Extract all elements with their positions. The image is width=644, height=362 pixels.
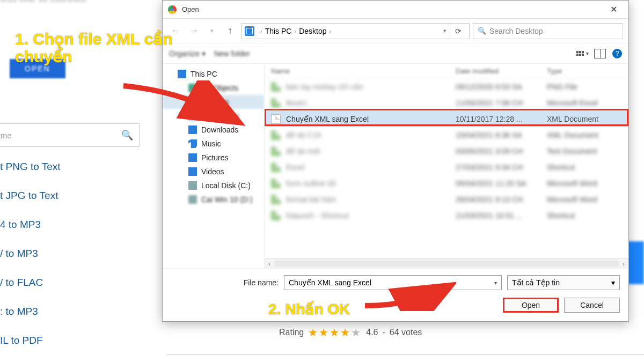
bg-link[interactable]: / to MP3 xyxy=(0,248,61,260)
search-input[interactable]: 🔍 Search Desktop xyxy=(473,23,623,39)
file-icon xyxy=(271,114,281,124)
file-type-filter[interactable]: Tất cả Tệp tin ▾ xyxy=(507,275,620,290)
breadcrumb-root[interactable]: This PC xyxy=(265,27,292,35)
dialog-title: Open xyxy=(182,5,199,13)
bg-search-box[interactable]: r name 🔍 xyxy=(0,123,140,147)
refresh-icon[interactable]: ⟳ xyxy=(450,24,466,39)
file-date: 05/04/2021 11:20 SA xyxy=(456,179,547,188)
bg-search-input[interactable]: r name xyxy=(0,131,115,140)
file-row[interactable]: form outline tối05/04/2021 11:20 SAMicro… xyxy=(265,175,628,191)
file-row[interactable]: Chuyển XML sang Excel10/11/2017 12:28 ..… xyxy=(265,111,628,127)
file-row[interactable]: bàn tay mickey chỉ cần09/12/2020 9:53 SA… xyxy=(265,79,628,95)
file-icon xyxy=(271,82,281,92)
file-icon xyxy=(271,146,281,156)
column-name[interactable]: Name xyxy=(271,67,456,75)
bg-link[interactable]: t PNG to Text xyxy=(0,161,61,173)
folder-icon xyxy=(178,70,186,78)
navigation-bar: ← → ▾ ↑ › This PC › Desktop › ▾ ⟳ 🔍 Sear… xyxy=(163,19,628,43)
file-row[interactable]: Excel27/03/2021 9:34 CHShortcut xyxy=(265,159,628,175)
star-icons: ★★★★★ xyxy=(308,326,362,339)
forward-icon[interactable]: → xyxy=(186,24,201,39)
filename-input[interactable]: Chuyển XML sang Excel ▾ xyxy=(284,275,502,290)
up-icon[interactable]: ↑ xyxy=(223,24,238,39)
file-list[interactable]: bàn tay mickey chỉ cần09/12/2020 9:53 SA… xyxy=(265,79,628,258)
column-date[interactable]: Date modified xyxy=(456,67,547,75)
file-row[interactable]: đề tài mới03/05/2021 3:09 CHText Documen… xyxy=(265,143,628,159)
tree-item-label: Downloads xyxy=(201,125,238,134)
file-type: PNG File xyxy=(547,83,622,91)
tree-item[interactable]: Music xyxy=(163,137,264,151)
folder-icon xyxy=(188,195,197,204)
bg-link[interactable]: IL to PDF xyxy=(0,335,61,346)
file-type: XML Document xyxy=(547,131,622,139)
pc-icon xyxy=(245,26,254,36)
tree-item[interactable]: Downloads xyxy=(163,123,264,137)
file-name: fxlaunch - Shortcut xyxy=(286,211,456,220)
help-icon[interactable]: ? xyxy=(612,49,622,58)
new-folder-button[interactable]: New folder xyxy=(214,49,250,58)
rating-label: Rating xyxy=(279,328,304,337)
rating-count: 64 votes xyxy=(390,328,422,337)
file-type: Microsoft Word xyxy=(547,179,622,188)
cancel-button[interactable]: Cancel xyxy=(564,298,620,313)
file-area: Name Date modified Type bàn tay mickey c… xyxy=(265,64,628,268)
file-date: 10/11/2017 12:28 ... xyxy=(456,115,547,123)
breadcrumb-folder[interactable]: Desktop xyxy=(299,27,326,35)
horizontal-scrollbar[interactable]: ‹› xyxy=(265,258,628,268)
file-date: 27/03/2021 9:34 CH xyxy=(456,163,547,172)
open-button[interactable]: Open xyxy=(503,298,559,313)
close-icon[interactable]: ✕ xyxy=(602,1,625,18)
bg-link[interactable]: : to MP3 xyxy=(0,306,61,317)
rating-sep: - xyxy=(383,328,385,337)
file-name: đề tài C19 xyxy=(286,131,456,139)
view-mode-button[interactable]: ▾ xyxy=(576,50,589,56)
folder-icon xyxy=(188,167,197,176)
tree-item-label: Pictures xyxy=(201,153,229,162)
file-row[interactable]: Book111/05/2021 7:56 CHMicrosoft Excel xyxy=(265,95,628,111)
preview-pane-button[interactable] xyxy=(594,49,606,58)
rating-row: Rating ★★★★★ 4.6 - 64 votes xyxy=(279,326,422,339)
filename-label: File name: xyxy=(171,278,279,287)
file-icon xyxy=(271,130,281,140)
tree-item-label: 3D Objects xyxy=(201,84,238,92)
tree-item-label: Desktop xyxy=(201,98,229,106)
folder-tree[interactable]: This PC3D ObjectsDesktopDocumentsDownloa… xyxy=(163,64,265,268)
file-date: 09/12/2020 9:53 SA xyxy=(456,83,547,91)
tree-item[interactable]: 3D Objects xyxy=(163,81,264,95)
file-list-header[interactable]: Name Date modified Type xyxy=(265,64,628,79)
tree-item[interactable]: Local Disk (C:) xyxy=(163,179,264,193)
bg-open-button[interactable]: OPEN xyxy=(10,59,65,78)
tree-item[interactable]: Desktop xyxy=(163,95,264,109)
bg-link[interactable]: t JPG to Text xyxy=(0,190,61,202)
tree-item[interactable]: Videos xyxy=(163,165,264,179)
chevron-down-icon[interactable]: ▾ xyxy=(440,27,450,34)
folder-icon xyxy=(188,139,197,148)
search-placeholder: Search Desktop xyxy=(489,27,543,35)
file-name: Chuyển XML sang Excel xyxy=(286,115,456,123)
column-type[interactable]: Type xyxy=(547,67,622,75)
back-icon[interactable]: ← xyxy=(168,24,183,39)
bg-divider xyxy=(166,354,644,357)
tree-item[interactable]: Documents xyxy=(163,109,264,123)
tree-item[interactable]: This PC xyxy=(163,67,264,81)
dialog-footer: File name: Chuyển XML sang Excel ▾ Tất c… xyxy=(163,268,628,321)
organize-button[interactable]: Organize ▾ xyxy=(169,49,206,58)
tree-item[interactable]: Cai Win 10 (D:) xyxy=(163,193,264,206)
folder-icon xyxy=(188,112,197,120)
tree-item-label: Music xyxy=(201,139,221,148)
file-row[interactable]: đề tài C1915/04/2021 8:36 SAXML Document xyxy=(265,127,628,143)
bg-link[interactable]: / to FLAC xyxy=(0,277,61,289)
tree-item[interactable]: Pictures xyxy=(163,151,264,165)
file-row[interactable]: format bài hàm26/04/2021 9:13 CHMicrosof… xyxy=(265,191,628,208)
chevron-down-icon[interactable]: ▾ xyxy=(611,278,615,287)
file-row[interactable]: fxlaunch - Shortcut21/03/2021 10:51 ...S… xyxy=(265,208,628,224)
breadcrumb[interactable]: › This PC › Desktop › ▾ ⟳ xyxy=(241,23,470,39)
file-name: bàn tay mickey chỉ cần xyxy=(286,83,456,91)
folder-icon xyxy=(188,125,197,134)
toolbar: Organize ▾ New folder ▾ ? xyxy=(163,43,628,64)
chevron-down-icon[interactable]: ▾ xyxy=(204,24,219,39)
chevron-down-icon[interactable]: ▾ xyxy=(494,280,497,286)
chrome-icon xyxy=(168,5,177,14)
file-date: 03/05/2021 3:09 CH xyxy=(456,147,547,156)
bg-link[interactable]: 4 to MP3 xyxy=(0,219,61,231)
